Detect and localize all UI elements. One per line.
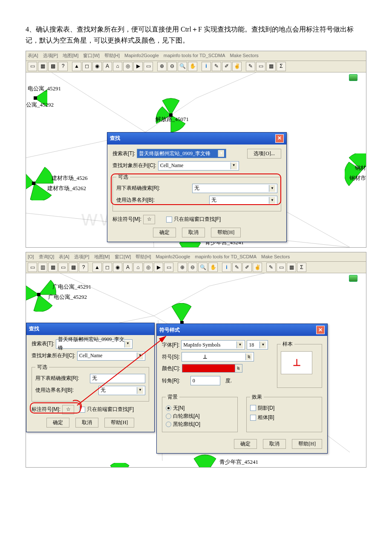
help-button[interactable]: 帮助[H]	[104, 418, 135, 428]
info-icon[interactable]: i	[202, 62, 211, 71]
symbol-button[interactable]: ☆	[143, 215, 155, 224]
toolbar-button[interactable]: ▭	[164, 263, 173, 272]
menu-item[interactable]: 帮助[H]	[104, 53, 120, 58]
options-button[interactable]: 选项[O]...	[247, 149, 281, 159]
rotation-input[interactable]: 0	[190, 376, 220, 385]
pointer-icon[interactable]: ▲	[72, 62, 81, 71]
ok-button[interactable]: 确定	[46, 418, 69, 428]
toolbar-button[interactable]: ◎	[144, 263, 153, 272]
menu-item[interactable]: [O]	[28, 254, 34, 259]
toolbar-button[interactable]: ▦	[266, 62, 276, 71]
toolbar-button[interactable]: ▭	[256, 62, 265, 71]
close-icon[interactable]: ✕	[316, 326, 325, 334]
info-icon[interactable]: i	[222, 263, 231, 272]
column-combo[interactable]: Cell_Name▼	[77, 351, 145, 361]
toolbar-button[interactable]: ✐	[222, 62, 231, 71]
pan-icon[interactable]: ✋	[188, 62, 197, 71]
toolbar-button[interactable]: ✎	[246, 62, 255, 71]
menu-item[interactable]: 表[A]	[59, 254, 69, 259]
font-combo[interactable]: MapInfo Symbols▼	[181, 340, 245, 350]
symbol-combo[interactable]: ⊥⧎	[182, 352, 254, 361]
zoom-icon[interactable]: 🔍	[198, 263, 208, 272]
toolbar-button[interactable]: ▦	[38, 62, 47, 71]
menu-item[interactable]: 窗口[W]	[83, 53, 100, 58]
zoom-in-icon[interactable]: ⊕	[157, 62, 167, 71]
menu-item[interactable]: 帮助[H]	[135, 254, 151, 259]
cancel-button[interactable]: 取消	[263, 439, 286, 449]
toolbar-button[interactable]: ▦	[287, 263, 296, 272]
toolbar-button[interactable]: ◎	[123, 62, 133, 71]
help-button[interactable]: 帮助[H]	[211, 228, 241, 237]
dialog-titlebar[interactable]: 查找 ✕	[107, 133, 286, 145]
boundary-combo[interactable]: 无▼	[209, 196, 277, 205]
search-table-combo[interactable]: 普天终版郴州宏站_0909_李文锋▼	[56, 339, 133, 349]
toolbar-button[interactable]: A	[103, 62, 112, 71]
toolbar-button[interactable]: ▦	[48, 263, 58, 272]
menu-item[interactable]: 查询[Q]	[39, 254, 55, 259]
toolbar-button[interactable]: ▶	[133, 62, 143, 71]
zoom-out-icon[interactable]: ⊖	[167, 62, 177, 71]
column-combo[interactable]: Cell_Name▼	[158, 161, 239, 171]
cancel-button[interactable]: 取消	[182, 228, 205, 237]
help-icon[interactable]: ?	[79, 263, 88, 272]
toolbar-button[interactable]: ⌂	[113, 62, 122, 71]
menu-item[interactable]: Mapinfo2Google	[124, 53, 159, 58]
sum-icon[interactable]: Σ	[297, 263, 306, 272]
ok-button[interactable]: 确定	[234, 439, 257, 449]
color-picker[interactable]: ⧎	[182, 364, 242, 373]
bg-white-radio[interactable]: 白轮廓线[A]	[166, 412, 234, 420]
sum-icon[interactable]: Σ	[277, 62, 286, 71]
font-size-combo[interactable]: 18▼	[247, 340, 268, 350]
toolbar-button[interactable]: ▩	[48, 62, 58, 71]
dialog-titlebar[interactable]: 查找	[26, 323, 154, 335]
toolbar-button[interactable]: ▭	[277, 263, 286, 272]
bg-none-radio[interactable]: 无[N]	[166, 404, 234, 412]
front-window-checkbox[interactable]: 只在前端窗口查找[F]	[166, 215, 221, 223]
toolbar-button[interactable]: ▩	[69, 263, 78, 272]
toolbar-button[interactable]: ✌	[253, 263, 262, 272]
toolbar-button[interactable]: ▭	[28, 62, 37, 71]
toolbar-button[interactable]: ▶	[154, 263, 163, 272]
front-window-checkbox[interactable]: 只在前端窗口查找[F]	[79, 405, 134, 413]
pan-icon[interactable]: ✋	[208, 263, 218, 272]
menu-item[interactable]: Make Sectors	[230, 53, 259, 58]
zoom-icon[interactable]: 🔍	[178, 62, 187, 71]
pointer-icon[interactable]: ▲	[92, 263, 102, 272]
refine-combo[interactable]: 无▼	[192, 184, 277, 193]
ok-button[interactable]: 确定	[153, 228, 176, 237]
toolbar-button[interactable]: ✎	[212, 62, 221, 71]
toolbar-button[interactable]: ✎	[232, 263, 242, 272]
close-icon[interactable]: ✕	[275, 134, 284, 143]
toolbar-button[interactable]: ✎	[266, 263, 276, 272]
menu-item[interactable]: 表[A]	[28, 53, 38, 58]
toolbar-button[interactable]: ✐	[242, 263, 252, 272]
menu-item[interactable]: 地图[M]	[63, 53, 78, 58]
toolbar-button[interactable]: ◉	[113, 263, 122, 272]
boundary-combo[interactable]: 无▼	[98, 386, 145, 395]
symbol-button[interactable]: ☆	[62, 405, 74, 414]
search-table-combo[interactable]: 普天终版郴州宏站_0909_李文锋▼	[137, 149, 226, 158]
help-icon[interactable]: ?	[58, 62, 68, 71]
toolbar-button[interactable]: ◉	[92, 62, 102, 71]
toolbar-button[interactable]: A	[123, 263, 133, 272]
toolbar-button[interactable]: ▭	[144, 62, 153, 71]
cancel-button[interactable]: 取消	[75, 418, 98, 428]
toolbar-button[interactable]: ✌	[232, 62, 242, 71]
menu-item[interactable]: 选项[P]	[74, 254, 89, 259]
refine-text[interactable]: 无	[90, 374, 145, 383]
toolbar-button[interactable]: ◻	[103, 263, 112, 272]
zoom-out-icon[interactable]: ⊖	[188, 263, 197, 272]
shadow-checkbox[interactable]: 阴影[D]	[250, 404, 274, 412]
menu-item[interactable]: Mapinfo2Google	[156, 254, 190, 259]
toolbar-button[interactable]: ⌂	[133, 263, 143, 272]
menu-item[interactable]: mapinfo tools for TD_SCDMA	[195, 254, 257, 259]
bg-black-radio[interactable]: 黑轮廓线[O]	[166, 420, 234, 428]
bookmark-icon[interactable]	[349, 74, 357, 81]
map-canvas[interactable]: 电公寓_45291 公寓_45292 解放路_45071 建材市场_4526 建…	[26, 72, 366, 247]
toolbar-button[interactable]: ▭	[28, 263, 37, 272]
toolbar-button[interactable]: ▭	[58, 263, 68, 272]
toolbar-button[interactable]: ▥	[38, 263, 47, 272]
menu-item[interactable]: 地图[M]	[94, 254, 110, 259]
toolbar-button[interactable]: ◻	[82, 62, 92, 71]
bookmark-icon[interactable]	[349, 275, 357, 282]
